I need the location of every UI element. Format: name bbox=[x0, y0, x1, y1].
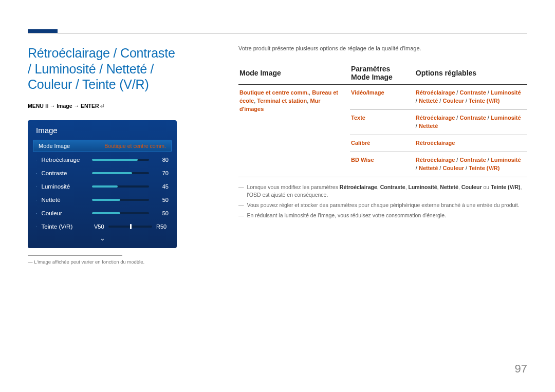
osd-slider-track[interactable] bbox=[92, 185, 149, 188]
note-1: Lorsque vous modifiez les paramètres Rét… bbox=[247, 183, 528, 200]
osd-tint-track[interactable] bbox=[108, 226, 152, 228]
osd-footnote: ― L'image affichée peut varier en foncti… bbox=[28, 259, 181, 265]
osd-tint-left: V50 bbox=[92, 223, 104, 230]
cell-options: Rétroéclairage / Contraste / Luminosité … bbox=[415, 109, 527, 135]
osd-mode-value: Boutique et centre comm. bbox=[104, 143, 166, 149]
osd-tint-label: Teinte (V/R) bbox=[42, 223, 89, 230]
cell-params: Texte bbox=[350, 109, 415, 135]
menu-label: MENU bbox=[28, 103, 44, 109]
enter-icon: ⏎ bbox=[100, 104, 104, 109]
osd-row-value: 80 bbox=[157, 157, 169, 163]
menu-seg1: Image bbox=[57, 103, 72, 109]
bullet-icon: · bbox=[36, 224, 38, 229]
osd-row-3[interactable]: ·Netteté50 bbox=[28, 193, 177, 207]
osd-row-label: Rétroéclairage bbox=[42, 157, 89, 163]
bullet-icon: · bbox=[36, 211, 38, 216]
osd-row-label: Netteté bbox=[42, 197, 89, 203]
dash-icon: ― bbox=[238, 212, 244, 220]
osd-row-value: 70 bbox=[157, 170, 169, 176]
osd-row-label: Couleur bbox=[42, 210, 89, 216]
left-column: Rétroéclairage / Contraste / Luminosité … bbox=[28, 45, 181, 265]
cell-options: Rétroéclairage / Contraste / Luminosité … bbox=[415, 152, 527, 177]
bullet-icon: · bbox=[36, 171, 38, 176]
osd-row-1[interactable]: ·Contraste70 bbox=[28, 166, 177, 180]
menu-path: MENU Ⅲ → Image → ENTER ⏎ bbox=[28, 103, 181, 109]
header-divider bbox=[28, 33, 527, 33]
osd-row-value: 50 bbox=[157, 197, 169, 203]
options-table: Mode Image Paramètres Mode Image Options… bbox=[238, 63, 527, 177]
page-body: Rétroéclairage / Contraste / Luminosité … bbox=[28, 45, 527, 265]
osd-note-divider bbox=[28, 255, 122, 256]
page-number: 97 bbox=[515, 362, 527, 376]
bullet-icon: · bbox=[36, 184, 38, 189]
osd-title: Image bbox=[28, 120, 177, 140]
menu-icon: Ⅲ bbox=[45, 104, 48, 109]
osd-row-0[interactable]: ·Rétroéclairage80 bbox=[28, 153, 177, 166]
osd-row-tint[interactable]: · Teinte (V/R) V50 R50 bbox=[28, 220, 177, 233]
osd-mode-label: Mode Image bbox=[39, 143, 70, 149]
note-2: Vous pouvez régler et stocker des paramè… bbox=[247, 201, 520, 210]
dash-icon: ― bbox=[238, 201, 244, 210]
osd-slider-track[interactable] bbox=[92, 212, 149, 214]
arrow1: → bbox=[50, 103, 55, 109]
osd-tint-right: R50 bbox=[156, 223, 169, 230]
osd-row-value: 45 bbox=[157, 183, 169, 190]
osd-row-2[interactable]: ·Luminosité45 bbox=[28, 180, 177, 193]
cell-options: Rétroéclairage bbox=[415, 135, 527, 152]
osd-row-label: Contraste bbox=[42, 170, 89, 176]
cell-options: Rétroéclairage / Contraste / Luminosité … bbox=[415, 85, 527, 110]
footnotes: ― Lorsque vous modifiez les paramètres R… bbox=[238, 183, 527, 220]
cell-params: Vidéo/Image bbox=[350, 85, 415, 110]
osd-row-4[interactable]: ·Couleur50 bbox=[28, 207, 177, 220]
dash-icon: ― bbox=[238, 183, 244, 200]
header-accent bbox=[28, 29, 58, 33]
enter-label: ENTER bbox=[81, 103, 99, 109]
osd-panel: Image Mode Image Boutique et centre comm… bbox=[28, 120, 177, 248]
osd-row-label: Luminosité bbox=[42, 183, 89, 190]
osd-mode-row[interactable]: Mode Image Boutique et centre comm. bbox=[33, 140, 172, 152]
cell-params: BD Wise bbox=[350, 152, 415, 177]
th-mode: Mode Image bbox=[238, 63, 350, 85]
chevron-down-icon[interactable]: ⌄ bbox=[28, 233, 177, 244]
note-3: En réduisant la luminosité de l'image, v… bbox=[247, 212, 446, 220]
osd-slider-track[interactable] bbox=[92, 159, 149, 161]
arrow2: → bbox=[73, 103, 79, 109]
osd-slider-track[interactable] bbox=[92, 199, 149, 201]
intro-text: Votre produit présente plusieurs options… bbox=[238, 45, 527, 51]
cell-mode: Boutique et centre comm., Bureau et écol… bbox=[238, 85, 350, 177]
page-title: Rétroéclairage / Contraste / Luminosité … bbox=[28, 45, 181, 92]
bullet-icon: · bbox=[36, 197, 38, 202]
table-row: Boutique et centre comm., Bureau et écol… bbox=[238, 85, 527, 110]
right-column: Votre produit présente plusieurs options… bbox=[238, 45, 527, 265]
th-params: Paramètres Mode Image bbox=[350, 63, 415, 85]
osd-row-value: 50 bbox=[157, 210, 169, 216]
th-options: Options réglables bbox=[415, 63, 527, 85]
cell-params: Calibré bbox=[350, 135, 415, 152]
bullet-icon: · bbox=[36, 157, 38, 162]
osd-slider-track[interactable] bbox=[92, 172, 149, 174]
